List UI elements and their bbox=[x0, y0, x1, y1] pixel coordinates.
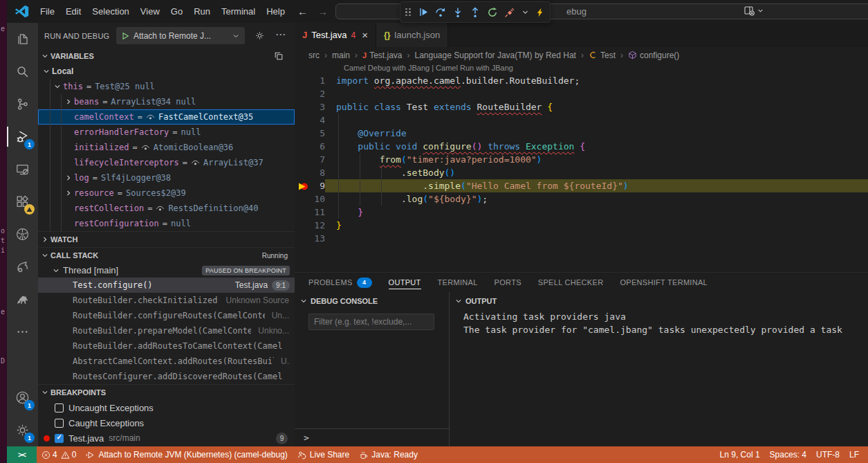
variable-row-errorHandlerFactory[interactable]: errorHandlerFactory=null bbox=[38, 125, 295, 140]
menu-selection[interactable]: Selection bbox=[86, 0, 134, 23]
breadcrumb[interactable]: src›main›JTest.java›Language Support for… bbox=[295, 47, 868, 63]
variable-row-camelContext[interactable]: camelContext=FastCamelContext@35 bbox=[38, 109, 295, 125]
debug-console-prompt[interactable]: > bbox=[295, 428, 449, 446]
problems-status[interactable]: 4 0 bbox=[37, 446, 81, 463]
tab-test-java[interactable]: JTest.java4× bbox=[295, 23, 376, 47]
activity-item-openshift[interactable] bbox=[7, 251, 38, 283]
activity-item-accounts[interactable]: 1 bbox=[7, 381, 38, 414]
stack-frame[interactable]: RouteBuilder.addRoutesToCamelContext(Cam… bbox=[38, 338, 295, 354]
variable-row-this[interactable]: this=Test@25 null bbox=[38, 79, 295, 94]
panel-tab-problems[interactable]: PROBLEMS4 bbox=[308, 273, 372, 292]
variable-row-scope[interactable]: Local bbox=[38, 64, 295, 79]
variable-row-restConfiguration[interactable]: restConfiguration=null bbox=[38, 216, 295, 231]
variable-row-resource[interactable]: resource=Sources$2@39 bbox=[38, 185, 295, 201]
variable-row-log[interactable]: log=Slf4jLogger@38 bbox=[38, 170, 295, 185]
line-number[interactable]: 10 bbox=[295, 192, 336, 206]
java-status[interactable]: Java: Ready bbox=[354, 446, 423, 463]
line-number[interactable]: 3 bbox=[295, 100, 336, 114]
activity-item-source-control[interactable] bbox=[7, 88, 38, 120]
line-number[interactable]: 12 bbox=[295, 219, 336, 232]
line-number[interactable]: 4 bbox=[295, 114, 336, 127]
watch-section-header[interactable]: WATCH bbox=[38, 231, 295, 247]
code-line-3[interactable]: 3public class Test extends RouteBuilder … bbox=[295, 100, 868, 114]
disconnect-icon[interactable] bbox=[504, 7, 515, 18]
code-line-6[interactable]: 6 public void configure() throws Excepti… bbox=[295, 140, 868, 153]
toolbar-drag-handle-icon[interactable] bbox=[405, 8, 411, 17]
breakpoint-checkbox[interactable] bbox=[55, 434, 64, 443]
output-pane[interactable]: OUTPUT Activating task providers javaThe… bbox=[450, 292, 868, 446]
breadcrumb-item[interactable]: configure() bbox=[628, 51, 679, 60]
line-number[interactable]: 2 bbox=[295, 87, 336, 100]
continue-icon[interactable] bbox=[418, 7, 429, 17]
step-out-icon[interactable] bbox=[470, 7, 481, 18]
step-over-icon[interactable] bbox=[435, 7, 446, 18]
editor-layout-dropdown[interactable] bbox=[744, 5, 764, 17]
stack-frame[interactable]: RouteBuilder.configureRoutes(CamelContex… bbox=[38, 308, 295, 323]
chevron-down-icon[interactable] bbox=[521, 8, 529, 16]
line-number[interactable]: 1 bbox=[295, 74, 336, 87]
code-line-9[interactable]: 9 .simple("Hello Camel from ${routeId}") bbox=[295, 179, 868, 192]
panel-tab-ports[interactable]: PORTS bbox=[495, 273, 521, 292]
debug-session-status[interactable]: Attach to Remote JVM (Kubernetes) (camel… bbox=[81, 446, 292, 463]
copy-value-icon[interactable] bbox=[274, 51, 284, 61]
remote-indicator[interactable]: >< bbox=[7, 446, 37, 463]
breadcrumb-item[interactable]: Test bbox=[589, 51, 616, 60]
stack-frame[interactable]: RouteBuilder.prepareModel(CamelContext)U… bbox=[38, 323, 295, 338]
live-share-status[interactable]: Live Share bbox=[293, 446, 354, 463]
codelens[interactable]: Camel Debug with JBang | Camel Run with … bbox=[295, 63, 868, 74]
code-line-8[interactable]: 8 .setBody() bbox=[295, 166, 868, 179]
forward-arrow-icon[interactable]: → bbox=[317, 6, 328, 17]
lazy-eval-eye-icon[interactable] bbox=[146, 113, 155, 122]
code-line-11[interactable]: 11 } bbox=[295, 206, 868, 219]
hot-code-replace-icon[interactable] bbox=[535, 8, 545, 17]
menu-run[interactable]: Run bbox=[188, 0, 216, 23]
menu-edit[interactable]: Edit bbox=[60, 0, 86, 23]
stack-frame[interactable]: RouteBuilder.checkInitialized()Unknown S… bbox=[38, 293, 295, 308]
line-number[interactable]: 9 bbox=[295, 179, 336, 192]
debug-console-header[interactable]: DEBUG CONSOLE bbox=[295, 292, 449, 310]
line-number[interactable]: 7 bbox=[295, 153, 336, 166]
lazy-eval-eye-icon[interactable] bbox=[141, 143, 150, 152]
variable-row-beans[interactable]: beans=ArrayList@34 null bbox=[38, 94, 295, 109]
panel-tab-openshift-terminal[interactable]: OPENSHIFT TERMINAL bbox=[620, 273, 708, 292]
line-number[interactable]: 11 bbox=[295, 206, 336, 219]
variable-row-restCollection[interactable]: restCollection=RestsDefinition@40 bbox=[38, 201, 295, 216]
debug-console-filter-input[interactable]: Filter (e.g. text, !exclude,... bbox=[308, 314, 434, 330]
code-area[interactable]: 1import org.apache.camel.builder.RouteBu… bbox=[295, 74, 868, 245]
line-number[interactable]: 8 bbox=[295, 166, 336, 179]
breakpoint-row[interactable]: Uncaught Exceptions bbox=[38, 400, 295, 415]
lazy-eval-eye-icon[interactable] bbox=[156, 204, 165, 213]
eol-status[interactable]: LF bbox=[844, 450, 864, 460]
activity-item-remote-explorer[interactable] bbox=[7, 153, 38, 185]
more-actions-icon[interactable]: ⋯ bbox=[275, 28, 286, 41]
line-number[interactable]: 13 bbox=[295, 232, 336, 245]
breadcrumb-item[interactable]: main bbox=[332, 51, 350, 60]
debug-settings-gear-icon[interactable] bbox=[255, 30, 265, 41]
activity-item-search[interactable] bbox=[7, 55, 38, 88]
breadcrumb-item[interactable]: JTest.java bbox=[362, 51, 402, 60]
encoding-status[interactable]: UTF-8 bbox=[811, 450, 844, 460]
breakpoint-checkbox[interactable] bbox=[55, 403, 64, 412]
breakpoint-checkbox[interactable] bbox=[55, 419, 64, 428]
close-icon[interactable]: × bbox=[362, 29, 368, 41]
code-line-5[interactable]: 5 @Override bbox=[295, 127, 868, 140]
restart-icon[interactable] bbox=[487, 7, 498, 18]
activity-item-kubernetes[interactable] bbox=[7, 218, 38, 251]
menu-help[interactable]: Help bbox=[261, 0, 290, 23]
code-line-10[interactable]: 10 .log("${body}"); bbox=[295, 192, 868, 206]
activity-item-camel[interactable] bbox=[7, 283, 38, 316]
breakpoint-row[interactable]: Test.javasrc/main9 bbox=[38, 430, 295, 446]
code-line-4[interactable]: 4 bbox=[295, 114, 868, 127]
output-header[interactable]: OUTPUT bbox=[450, 292, 868, 310]
step-into-icon[interactable] bbox=[452, 7, 463, 18]
menu-terminal[interactable]: Terminal bbox=[216, 0, 261, 23]
menu-view[interactable]: View bbox=[135, 0, 165, 23]
breakpoint-row[interactable]: Caught Exceptions bbox=[38, 415, 295, 430]
panel-tab-terminal[interactable]: TERMINAL bbox=[438, 273, 478, 292]
call-stack-section-header[interactable]: CALL STACK Running bbox=[38, 247, 295, 263]
breadcrumb-item[interactable]: src bbox=[308, 51, 320, 60]
paused-breakpoint-icon[interactable] bbox=[298, 182, 308, 191]
indentation-status[interactable]: Spaces: 4 bbox=[765, 450, 811, 460]
activity-item-run-and-debug[interactable]: 1 bbox=[7, 120, 38, 153]
stack-frame[interactable]: AbstractCamelContext.addRoutes(RoutesBui… bbox=[38, 354, 295, 369]
